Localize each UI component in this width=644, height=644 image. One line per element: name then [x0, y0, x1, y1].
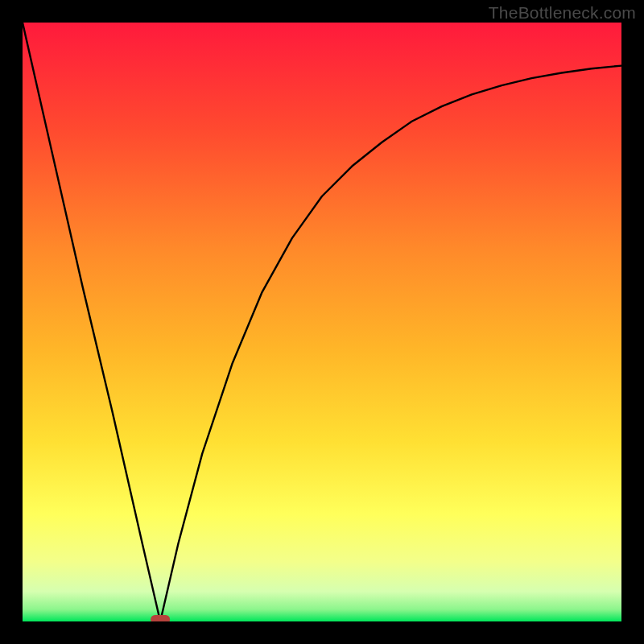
optimum-marker	[151, 615, 170, 621]
plot-area	[23, 23, 621, 621]
gradient-background	[23, 23, 621, 621]
chart-svg	[23, 23, 621, 621]
watermark-text: TheBottleneck.com	[489, 3, 636, 23]
chart-frame: TheBottleneck.com	[0, 0, 644, 644]
